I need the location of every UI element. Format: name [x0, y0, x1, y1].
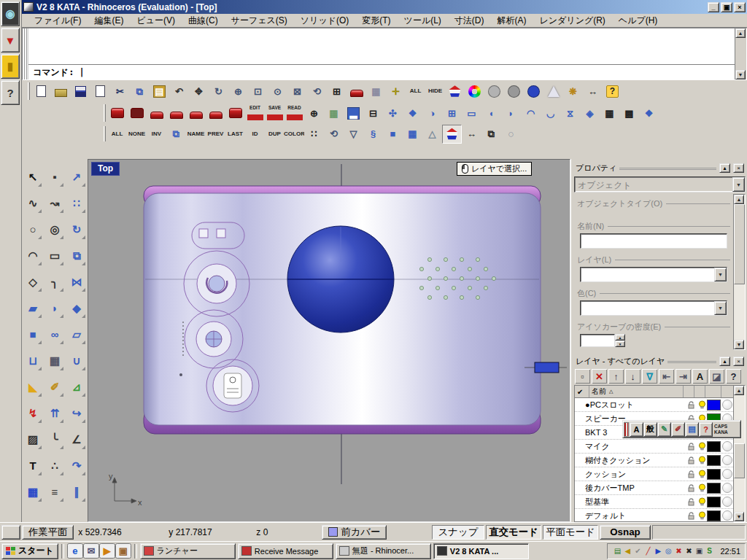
view-bottom-icon[interactable]	[127, 104, 147, 122]
menu-file[interactable]: ファイル(F)	[28, 13, 88, 28]
layer-color-swatch[interactable]	[707, 469, 721, 480]
export-file-icon[interactable]	[90, 82, 110, 101]
dropdown-arrow-icon[interactable]: ▼	[714, 268, 727, 281]
notes-quicklaunch-icon[interactable]: ▣	[115, 543, 131, 559]
object-type-dropdown[interactable]: オブジェクト	[575, 177, 732, 192]
toolbar-grip[interactable]	[104, 104, 106, 122]
patch-surface-tool[interactable]: ▰	[23, 297, 43, 319]
select-dup-button[interactable]: DUP	[265, 125, 285, 144]
help-button[interactable]: ?	[1, 80, 20, 105]
deform-surface-icon[interactable]: ◗	[501, 104, 521, 122]
surface-sphere-icon[interactable]: ◑	[422, 104, 442, 122]
undo-icon[interactable]: ↶	[169, 82, 189, 101]
planar-surface-tool[interactable]: ▱	[66, 323, 87, 346]
minimize-button[interactable]: _	[708, 2, 719, 12]
join-tool[interactable]: ∪	[66, 349, 87, 372]
close-panel-button[interactable]: ×	[733, 163, 744, 173]
rotate-view-icon[interactable]: ↻	[209, 82, 228, 101]
close-panel-button[interactable]: ×	[733, 357, 744, 366]
ime-status-tray-icon[interactable]: ✔	[632, 546, 643, 556]
lock-icon[interactable]	[686, 498, 697, 506]
undo-view-icon[interactable]: ⟲	[307, 82, 327, 101]
ime-pen-button[interactable]: ✎	[657, 422, 671, 437]
mesh-points-icon[interactable]: ❖	[639, 104, 659, 122]
command-history[interactable]: コマンド: '_SetView座標系を選択 ( 作業平面(C) ワールド(W) …	[28, 28, 735, 64]
layer-color-swatch[interactable]	[707, 400, 721, 411]
rename-layer-button[interactable]: A	[692, 368, 708, 384]
start-button[interactable]: スタート	[1, 543, 58, 559]
bulb-icon[interactable]	[697, 456, 707, 464]
select-last-button[interactable]: LAST	[225, 125, 245, 144]
bulb-icon[interactable]	[697, 400, 707, 409]
rotate-tool[interactable]: ↻	[66, 218, 87, 241]
polygon-tool[interactable]: ◇	[23, 271, 43, 293]
filter-layers-button[interactable]: ∇	[641, 368, 658, 384]
blend-surface-icon[interactable]: ◡	[541, 104, 560, 122]
explode-tool[interactable]: ↯	[23, 402, 43, 424]
collapse-panel-button[interactable]: ▴	[719, 163, 730, 173]
menu-render[interactable]: レンダリング(R)	[533, 13, 612, 28]
ime-conversion-mode-button[interactable]: 般	[643, 422, 657, 437]
select-polysurfaces-icon[interactable]: §	[363, 125, 383, 144]
pan-view-icon[interactable]: ✥	[189, 82, 209, 101]
media-player-quicklaunch-icon[interactable]: ▶	[99, 543, 115, 559]
move-layer-up-button[interactable]: ↑	[608, 368, 624, 384]
origin-axis-icon[interactable]: ✛	[386, 82, 406, 101]
layer-dialog-icon[interactable]	[445, 82, 465, 101]
layer-name[interactable]: マイク	[575, 441, 686, 452]
layer-name[interactable]: デフォルト	[575, 510, 686, 521]
bulb-icon[interactable]	[697, 470, 707, 478]
properties-scrollbar[interactable]: ▲ ▼	[733, 194, 746, 350]
ortho-toggle[interactable]: 直交モード	[486, 525, 541, 540]
material-icon[interactable]	[722, 455, 732, 465]
layer-dropdown[interactable]: ▼	[580, 267, 727, 282]
offline-tray-icon[interactable]: ✖	[684, 546, 694, 556]
angle-tool[interactable]: ∠	[66, 428, 87, 451]
crosshair-icon[interactable]: ⊕	[304, 104, 324, 122]
update-tray-icon[interactable]: S	[704, 546, 714, 556]
delete-layer-button[interactable]: ✕	[591, 368, 608, 384]
scroll-up-button[interactable]: ▲	[735, 28, 746, 38]
render-icon[interactable]	[524, 82, 543, 101]
ghosted-viewport-icon[interactable]	[504, 82, 524, 101]
select-color-button[interactable]: COLOR	[285, 125, 304, 144]
collapse-layers-button[interactable]: ⇤	[658, 368, 675, 384]
scroll-down-button[interactable]: ▼	[734, 512, 744, 521]
messenger-tray-icon[interactable]: ◎	[663, 546, 673, 556]
view-right-icon[interactable]	[206, 104, 225, 122]
menu-surface[interactable]: サーフェス(S)	[225, 13, 294, 28]
view-left-icon[interactable]	[186, 104, 206, 122]
curve-interpolate-tool[interactable]: ∿	[23, 192, 43, 214]
toolbar-grip[interactable]	[104, 126, 106, 142]
view-front-icon[interactable]	[147, 104, 166, 122]
material-icon[interactable]	[722, 497, 732, 507]
planar-toggle[interactable]: 平面モード	[543, 525, 598, 540]
menu-edit[interactable]: 編集(E)	[88, 13, 130, 28]
hatch-tool[interactable]: ▨	[23, 428, 43, 451]
select-dimension-icon[interactable]: ↔	[462, 125, 481, 144]
task-rhino-v2[interactable]: V2 8 KATA ...	[433, 543, 529, 559]
read-view-icon[interactable]: READ	[285, 104, 304, 122]
layer-color-swatch[interactable]	[707, 497, 721, 508]
osnap-toggle[interactable]: Osnap	[600, 525, 651, 540]
view-perspective-icon[interactable]	[225, 104, 245, 122]
select-cone-icon[interactable]: △	[422, 125, 442, 144]
ime-input-mode-button[interactable]: A	[630, 422, 643, 437]
ime-help-button[interactable]: ?	[699, 422, 713, 437]
dimension-icon[interactable]: ↔	[583, 82, 603, 101]
swatch-tool[interactable]: ▦	[23, 481, 43, 503]
ime-language-bar[interactable]: A 般 ✎ ✐ ▤ ? CAPSKANA	[622, 420, 741, 438]
dropdown-arrow-icon[interactable]: ▼	[732, 177, 745, 192]
layer-row[interactable]: デフォルト	[575, 509, 733, 522]
mesh-quad-icon[interactable]: ▦	[600, 104, 619, 122]
ellipse-tool[interactable]: ◎	[44, 218, 65, 241]
move-layer-down-button[interactable]: ↓	[624, 368, 641, 384]
lock-icon[interactable]	[686, 401, 697, 409]
import-button[interactable]: ▼	[1, 28, 20, 52]
diamond-surface-icon[interactable]: ◈	[580, 104, 600, 122]
layer-name[interactable]: ●PCスロット	[575, 400, 686, 411]
lock-icon[interactable]	[686, 484, 697, 492]
cplane-grid-icon[interactable]: ▦	[324, 104, 344, 122]
color-dropdown[interactable]: ▼	[580, 300, 727, 316]
layer-color-swatch[interactable]	[707, 441, 721, 452]
